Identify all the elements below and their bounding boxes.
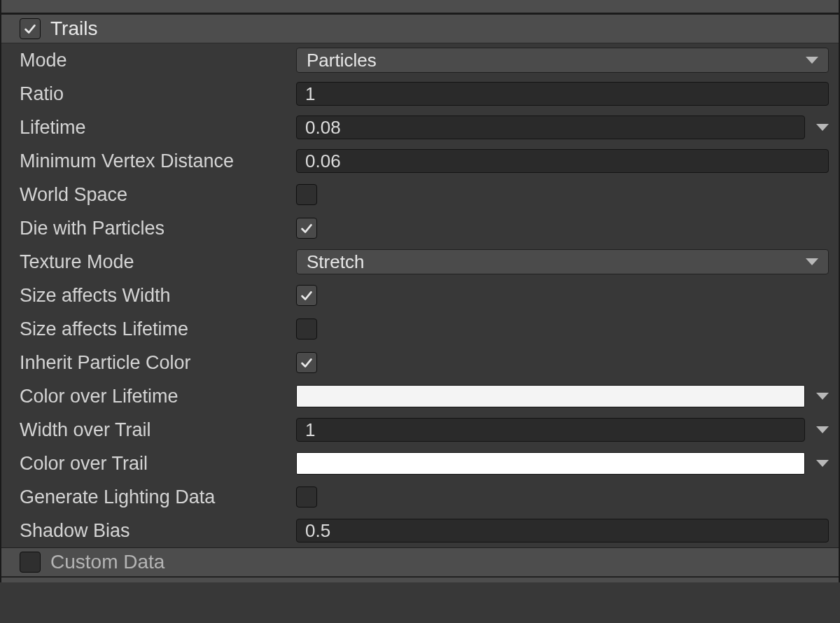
color-over-lifetime-swatch[interactable] <box>296 385 805 407</box>
shadow-bias-label: Shadow Bias <box>20 520 296 542</box>
die-with-particles-checkbox[interactable] <box>296 218 317 239</box>
mode-row: Mode Particles <box>1 43 839 77</box>
custom-data-module-header[interactable]: Custom Data <box>1 547 839 577</box>
inherit-particle-color-label: Inherit Particle Color <box>20 352 296 374</box>
mode-label: Mode <box>20 50 296 71</box>
color-over-lifetime-row: Color over Lifetime <box>1 379 839 413</box>
chevron-down-icon <box>806 258 818 265</box>
inherit-particle-color-checkbox[interactable] <box>296 352 317 373</box>
trails-module-body: Mode Particles Ratio 1 Lifetime 0.08 <box>1 43 839 547</box>
custom-data-enable-checkbox[interactable] <box>20 552 41 573</box>
ratio-value: 1 <box>305 83 315 105</box>
width-over-trail-value: 1 <box>305 419 315 441</box>
min-vertex-distance-value: 0.06 <box>305 150 341 172</box>
world-space-checkbox[interactable] <box>296 184 317 205</box>
color-over-trail-swatch[interactable] <box>296 452 805 475</box>
size-affects-width-checkbox[interactable] <box>296 285 317 306</box>
generate-lighting-data-label: Generate Lighting Data <box>20 486 296 508</box>
texture-mode-value: Stretch <box>307 251 364 273</box>
mode-dropdown[interactable]: Particles <box>296 48 829 73</box>
min-vertex-distance-row: Minimum Vertex Distance 0.06 <box>1 144 839 178</box>
inherit-particle-color-row: Inherit Particle Color <box>1 346 839 379</box>
color-over-trail-options-icon[interactable] <box>816 460 829 467</box>
next-module-stub <box>1 577 839 582</box>
texture-mode-dropdown[interactable]: Stretch <box>296 249 829 274</box>
custom-data-module-title: Custom Data <box>50 551 164 573</box>
width-over-trail-input[interactable]: 1 <box>296 418 805 442</box>
min-vertex-distance-input[interactable]: 0.06 <box>296 149 829 173</box>
width-over-trail-options-icon[interactable] <box>816 426 829 433</box>
ratio-label: Ratio <box>20 83 296 105</box>
lifetime-options-icon[interactable] <box>816 124 829 131</box>
width-over-trail-label: Width over Trail <box>20 419 296 441</box>
size-affects-lifetime-checkbox[interactable] <box>296 318 317 340</box>
trails-module-title: Trails <box>50 18 97 40</box>
size-affects-width-row: Size affects Width <box>1 279 839 312</box>
size-affects-lifetime-row: Size affects Lifetime <box>1 312 839 346</box>
generate-lighting-data-row: Generate Lighting Data <box>1 480 839 514</box>
checkmark-icon <box>299 355 314 370</box>
texture-mode-row: Texture Mode Stretch <box>1 245 839 279</box>
color-over-lifetime-options-icon[interactable] <box>816 393 829 400</box>
generate-lighting-data-checkbox[interactable] <box>296 486 317 507</box>
lifetime-label: Lifetime <box>20 117 296 139</box>
texture-mode-label: Texture Mode <box>20 251 296 273</box>
shadow-bias-row: Shadow Bias 0.5 <box>1 514 839 547</box>
size-affects-lifetime-label: Size affects Lifetime <box>20 318 296 340</box>
ratio-input[interactable]: 1 <box>296 82 829 106</box>
ratio-row: Ratio 1 <box>1 77 839 111</box>
previous-module-stub <box>1 0 839 14</box>
min-vertex-distance-label: Minimum Vertex Distance <box>20 150 296 172</box>
lifetime-value: 0.08 <box>305 117 341 139</box>
die-with-particles-label: Die with Particles <box>20 218 296 239</box>
color-over-trail-row: Color over Trail <box>1 447 839 480</box>
trails-module-header[interactable]: Trails <box>1 14 839 43</box>
world-space-label: World Space <box>20 184 296 206</box>
lifetime-input[interactable]: 0.08 <box>296 115 805 139</box>
width-over-trail-row: Width over Trail 1 <box>1 413 839 447</box>
checkmark-icon <box>299 220 314 236</box>
color-over-trail-label: Color over Trail <box>20 453 296 475</box>
world-space-row: World Space <box>1 178 839 211</box>
shadow-bias-value: 0.5 <box>305 520 330 542</box>
die-with-particles-row: Die with Particles <box>1 211 839 245</box>
trails-enable-checkbox[interactable] <box>20 18 41 39</box>
lifetime-row: Lifetime 0.08 <box>1 111 839 144</box>
shadow-bias-input[interactable]: 0.5 <box>296 519 829 542</box>
checkmark-icon <box>299 288 314 303</box>
checkmark-icon <box>22 21 38 36</box>
chevron-down-icon <box>806 57 818 64</box>
mode-value: Particles <box>307 50 377 71</box>
size-affects-width-label: Size affects Width <box>20 285 296 307</box>
color-over-lifetime-label: Color over Lifetime <box>20 386 296 407</box>
